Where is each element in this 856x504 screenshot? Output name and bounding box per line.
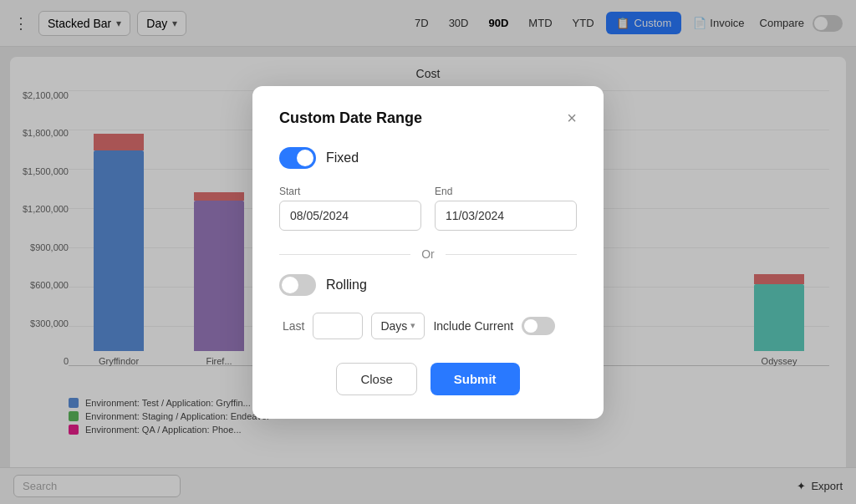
- or-label: Or: [421, 247, 435, 261]
- days-label: Days: [380, 319, 407, 333]
- include-current-toggle[interactable]: [522, 317, 555, 335]
- fixed-toggle[interactable]: [279, 147, 316, 169]
- end-date-input[interactable]: [435, 201, 577, 231]
- last-input[interactable]: [313, 313, 363, 339]
- start-date-input[interactable]: [279, 201, 421, 231]
- custom-date-range-modal: Custom Date Range × Fixed Start End Or: [252, 86, 604, 419]
- last-label: Last: [283, 319, 304, 333]
- days-dropdown[interactable]: Days ▾: [371, 313, 425, 339]
- include-current-label: Include Current: [433, 319, 513, 333]
- submit-button[interactable]: Submit: [431, 363, 520, 395]
- or-divider: Or: [279, 247, 577, 261]
- days-arrow: ▾: [410, 320, 415, 331]
- start-date-field: Start: [279, 186, 421, 231]
- end-label: End: [435, 186, 577, 197]
- start-label: Start: [279, 186, 421, 197]
- rolling-toggle[interactable]: [279, 274, 316, 296]
- rolling-label: Rolling: [326, 277, 367, 293]
- end-date-field: End: [435, 186, 577, 231]
- modal-close-button[interactable]: ×: [567, 109, 577, 126]
- modal-overlay: Custom Date Range × Fixed Start End Or: [0, 0, 856, 504]
- close-button[interactable]: Close: [336, 363, 416, 395]
- modal-header: Custom Date Range ×: [279, 109, 577, 127]
- fixed-toggle-row: Fixed: [279, 147, 577, 169]
- rolling-toggle-row: Rolling: [279, 274, 577, 296]
- date-row: Start End: [279, 186, 577, 231]
- modal-title: Custom Date Range: [279, 109, 422, 127]
- fixed-label: Fixed: [326, 150, 359, 165]
- modal-buttons: Close Submit: [279, 363, 577, 395]
- last-row: Last Days ▾ Include Current: [279, 313, 577, 339]
